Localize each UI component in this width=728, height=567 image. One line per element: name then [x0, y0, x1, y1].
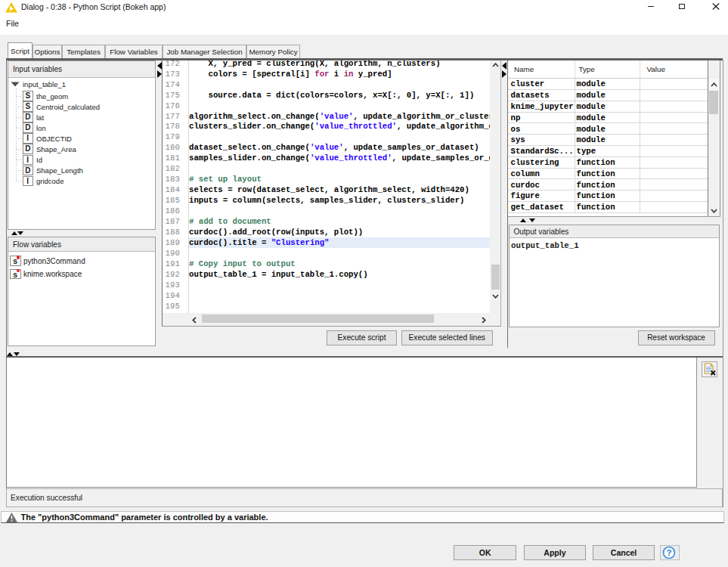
svg-text:?: ? — [667, 548, 672, 557]
